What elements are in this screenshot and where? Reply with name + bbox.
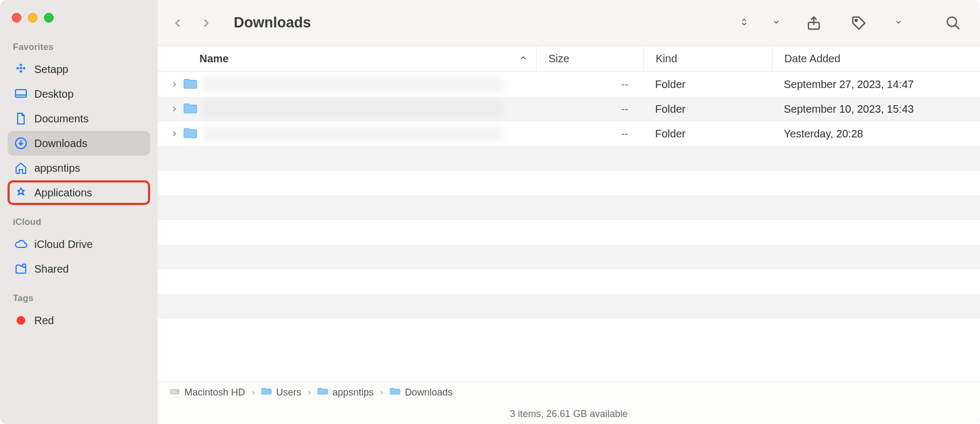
cell-kind: Folder bbox=[643, 103, 772, 115]
sidebar-item-label: Setapp bbox=[34, 63, 68, 76]
sidebar-item-label: appsntips bbox=[34, 162, 80, 174]
folder-icon bbox=[183, 102, 197, 116]
documents-icon bbox=[14, 112, 28, 126]
file-name-redacted bbox=[203, 76, 503, 92]
table-row-empty bbox=[158, 245, 980, 269]
action-menu-button[interactable] bbox=[892, 18, 903, 28]
column-header-kind[interactable]: Kind bbox=[643, 46, 772, 71]
column-headers: Name Size Kind Date Added bbox=[158, 46, 980, 72]
cell-kind: Folder bbox=[643, 128, 772, 140]
status-bar: 3 items, 26.61 GB available bbox=[158, 404, 980, 424]
cell-date-added: September 27, 2023, 14:47 bbox=[772, 78, 980, 91]
cell-size: -- bbox=[536, 128, 643, 140]
forward-button[interactable] bbox=[195, 12, 217, 34]
finder-window: Favorites Setapp Desktop Documents Downl… bbox=[0, 0, 980, 424]
sidebar-section-tags: Tags bbox=[8, 289, 150, 308]
table-row[interactable]: -- Folder September 27, 2023, 14:47 bbox=[158, 72, 980, 97]
path-segment[interactable]: Downloads bbox=[390, 386, 452, 399]
sidebar-item-downloads[interactable]: Downloads bbox=[8, 131, 150, 156]
folder-icon bbox=[183, 77, 197, 92]
column-label: Kind bbox=[656, 53, 677, 65]
minimize-window-button[interactable] bbox=[28, 13, 38, 23]
disk-icon bbox=[169, 386, 180, 399]
table-row-empty bbox=[158, 269, 980, 294]
file-list: -- Folder September 27, 2023, 14:47 -- F… bbox=[158, 72, 980, 381]
column-label: Size bbox=[548, 53, 569, 65]
sidebar-item-label: Red bbox=[34, 315, 54, 327]
svg-rect-0 bbox=[19, 63, 23, 67]
path-label: appsntips bbox=[332, 387, 374, 398]
window-title: Downloads bbox=[234, 14, 311, 31]
file-name-redacted bbox=[203, 101, 503, 117]
svg-rect-4 bbox=[19, 70, 23, 73]
svg-point-26 bbox=[947, 17, 957, 26]
up-down-chevron-icon bbox=[740, 18, 748, 28]
sidebar-tag-red[interactable]: Red bbox=[8, 308, 150, 333]
cell-size: -- bbox=[536, 78, 643, 91]
main-area: Downloads bbox=[158, 0, 980, 424]
path-bar: Macintosh HD Users appsntips Downloads bbox=[158, 381, 980, 404]
file-name-redacted bbox=[203, 126, 503, 142]
downloads-icon bbox=[14, 136, 28, 150]
table-row[interactable]: -- Folder Yesterday, 20:28 bbox=[158, 121, 980, 146]
sidebar-item-icloud-drive[interactable]: iCloud Drive bbox=[8, 232, 150, 257]
search-button[interactable] bbox=[941, 12, 965, 34]
sidebar-section-favorites: Favorites bbox=[8, 38, 150, 57]
table-row[interactable]: -- Folder September 10, 2023, 15:43 bbox=[158, 97, 980, 121]
sidebar-item-applications[interactable]: Applications bbox=[8, 180, 150, 205]
sidebar-item-label: iCloud Drive bbox=[34, 238, 93, 251]
svg-point-29 bbox=[177, 391, 178, 392]
table-row-empty bbox=[158, 294, 980, 319]
column-header-size[interactable]: Size bbox=[536, 46, 643, 71]
chevron-right-icon bbox=[250, 387, 256, 398]
path-segment[interactable]: appsntips bbox=[317, 386, 374, 399]
column-header-date-added[interactable]: Date Added bbox=[772, 46, 980, 71]
sidebar-section-icloud: iCloud bbox=[8, 213, 150, 232]
svg-rect-5 bbox=[16, 90, 26, 97]
table-row-empty bbox=[158, 146, 980, 171]
cell-date-added: Yesterday, 20:28 bbox=[772, 128, 980, 140]
view-list-button[interactable] bbox=[738, 18, 748, 28]
desktop-icon bbox=[14, 87, 28, 101]
group-button[interactable] bbox=[770, 18, 781, 28]
setapp-icon bbox=[14, 62, 28, 76]
applications-icon bbox=[14, 186, 28, 200]
shared-folder-icon bbox=[14, 262, 28, 276]
svg-point-21 bbox=[855, 19, 857, 21]
sidebar: Favorites Setapp Desktop Documents Downl… bbox=[0, 0, 158, 424]
share-button[interactable] bbox=[802, 12, 826, 34]
svg-line-27 bbox=[955, 25, 960, 29]
close-window-button[interactable] bbox=[12, 13, 21, 23]
svg-point-8 bbox=[23, 264, 26, 267]
path-segment[interactable]: Users bbox=[261, 386, 301, 399]
path-label: Downloads bbox=[405, 387, 452, 398]
disclosure-triangle-icon[interactable] bbox=[170, 103, 178, 115]
sidebar-item-appsntips[interactable]: appsntips bbox=[8, 156, 150, 180]
chevron-right-icon bbox=[307, 387, 312, 398]
sidebar-item-setapp[interactable]: Setapp bbox=[8, 57, 150, 82]
back-button[interactable] bbox=[167, 12, 189, 34]
zoom-window-button[interactable] bbox=[44, 13, 54, 23]
folder-mini-icon bbox=[317, 386, 328, 399]
path-segment[interactable]: Macintosh HD bbox=[169, 386, 245, 399]
chevron-right-icon bbox=[379, 387, 384, 398]
column-header-name[interactable]: Name bbox=[158, 46, 536, 71]
tags-button[interactable] bbox=[847, 12, 871, 34]
sidebar-item-shared[interactable]: Shared bbox=[8, 257, 150, 281]
sidebar-item-desktop[interactable]: Desktop bbox=[8, 82, 150, 106]
sidebar-item-label: Shared bbox=[34, 263, 69, 275]
table-row-empty bbox=[158, 171, 980, 195]
tag-red-icon bbox=[14, 313, 28, 327]
sort-ascending-icon bbox=[519, 53, 528, 65]
table-row-empty bbox=[158, 220, 980, 245]
folder-icon bbox=[183, 127, 197, 141]
disclosure-triangle-icon[interactable] bbox=[170, 78, 178, 91]
sidebar-item-label: Downloads bbox=[34, 137, 87, 150]
svg-rect-1 bbox=[16, 67, 19, 70]
cell-date-added: September 10, 2023, 15:43 bbox=[772, 103, 980, 115]
sidebar-item-documents[interactable]: Documents bbox=[8, 106, 150, 131]
disclosure-triangle-icon[interactable] bbox=[170, 128, 178, 140]
table-row-empty bbox=[158, 195, 980, 220]
sidebar-item-label: Desktop bbox=[34, 88, 73, 100]
path-label: Users bbox=[276, 387, 301, 398]
